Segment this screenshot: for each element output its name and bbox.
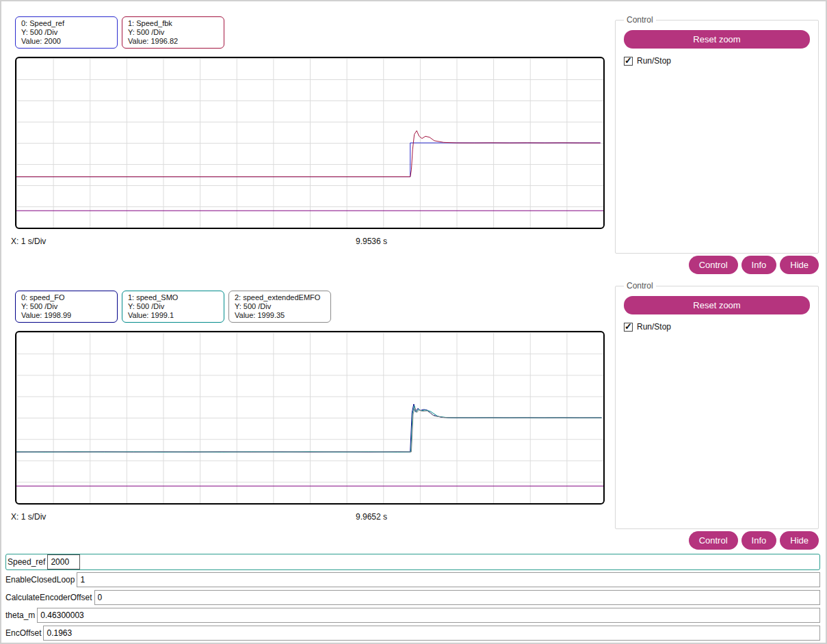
param-row-speed-ref: Speed_ref <box>5 554 820 570</box>
hide-button[interactable]: Hide <box>780 531 819 550</box>
param-label: CalculateEncoderOffset <box>5 593 94 602</box>
scope-1-x-axis-row: X: 1 s/Div 9.9536 s <box>8 229 614 254</box>
param-label: theta_m <box>5 611 37 620</box>
x-div-label: X: 1 s/Div <box>11 512 46 522</box>
control-groupbox-title: Control <box>624 281 656 291</box>
scope-1: 0: Speed_ref Y: 500 /Div Value: 2000 1: … <box>8 8 614 254</box>
control-groupbox-title: Control <box>624 15 656 25</box>
legend-y-div: Y: 500 /Div <box>128 302 218 311</box>
run-stop-label: Run/Stop <box>637 56 671 66</box>
legend-y-div: Y: 500 /Div <box>235 302 325 311</box>
control-button[interactable]: Control <box>689 256 738 274</box>
spacer <box>8 254 614 274</box>
parameter-list: Speed_ref EnableClosedLoop CalculateEnco… <box>1 554 826 644</box>
param-input-enc-offset[interactable] <box>43 626 820 641</box>
legend-value: Value: 1999.1 <box>128 311 218 320</box>
legend-speed-fo[interactable]: 0: speed_FO Y: 500 /Div Value: 1998.99 <box>15 291 118 323</box>
info-button[interactable]: Info <box>741 531 777 550</box>
run-stop-row: Run/Stop <box>624 56 810 66</box>
param-input-speed-ref[interactable] <box>47 554 80 569</box>
scope-2-plot-area[interactable] <box>15 331 605 505</box>
app-window: { "theme": { "accent": "#b5347e", "focus… <box>0 0 827 644</box>
scope-1-traces <box>16 58 603 228</box>
run-stop-row: Run/Stop <box>624 322 810 332</box>
scope-2-x-axis-row: X: 1 s/Div 9.9652 s <box>8 505 614 529</box>
reset-zoom-button[interactable]: Reset zoom <box>624 296 810 314</box>
hide-button[interactable]: Hide <box>780 256 819 274</box>
param-input-calculate-encoder-offset[interactable] <box>94 590 820 605</box>
spacer <box>8 529 614 550</box>
param-row-calculate-encoder-offset: CalculateEncoderOffset <box>5 589 820 606</box>
param-label: EncOffset <box>5 628 43 638</box>
param-input-enable-closed-loop[interactable] <box>77 572 820 587</box>
current-time-label: 9.9652 s <box>356 512 387 522</box>
legend-speed-fbk[interactable]: 1: Speed_fbk Y: 500 /Div Value: 1996.82 <box>122 16 224 49</box>
control-button[interactable]: Control <box>689 531 738 550</box>
run-stop-label: Run/Stop <box>637 322 671 332</box>
param-input-theta-m[interactable] <box>37 608 820 623</box>
main-layout: 0: Speed_ref Y: 500 /Div Value: 2000 1: … <box>1 1 826 550</box>
scope-2-traces <box>16 332 603 503</box>
legend-speed-smo[interactable]: 1: speed_SMO Y: 500 /Div Value: 1999.1 <box>122 291 224 323</box>
legend-speed-extended-emfo[interactable]: 2: speed_extendedEMFO Y: 500 /Div Value:… <box>228 291 331 323</box>
scope-2: 0: speed_FO Y: 500 /Div Value: 1998.99 1… <box>8 274 614 529</box>
scope-1-legends: 0: Speed_ref Y: 500 /Div Value: 2000 1: … <box>15 16 614 49</box>
param-row-theta-m: theta_m <box>5 607 820 623</box>
legend-value: Value: 1998.99 <box>21 311 111 320</box>
run-stop-checkbox[interactable] <box>624 57 633 66</box>
legend-signal-name: 0: Speed_ref <box>21 19 111 28</box>
legend-value: Value: 2000 <box>21 37 111 46</box>
control-groupbox: Control Reset zoom Run/Stop <box>615 15 819 254</box>
param-label: Speed_ref <box>8 557 47 567</box>
legend-signal-name: 2: speed_extendedEMFO <box>235 293 325 302</box>
legend-signal-name: 0: speed_FO <box>21 293 111 302</box>
scope-1-control-panel: Control Reset zoom Run/Stop <box>614 8 820 254</box>
legend-y-div: Y: 500 /Div <box>128 28 218 37</box>
reset-zoom-button[interactable]: Reset zoom <box>624 30 810 49</box>
param-row-enc-offset: EncOffset <box>5 625 820 641</box>
legend-signal-name: 1: Speed_fbk <box>128 19 218 28</box>
legend-y-div: Y: 500 /Div <box>21 28 111 37</box>
legend-signal-name: 1: speed_SMO <box>128 293 218 302</box>
legend-speed-ref[interactable]: 0: Speed_ref Y: 500 /Div Value: 2000 <box>15 16 118 49</box>
scope-1-plot-area[interactable] <box>15 57 605 229</box>
control-groupbox: Control Reset zoom Run/Stop <box>615 281 819 529</box>
scope-2-legends: 0: speed_FO Y: 500 /Div Value: 1998.99 1… <box>15 291 614 323</box>
scope-2-control-panel: Control Reset zoom Run/Stop <box>614 274 820 529</box>
scope-1-footer-buttons: Control Info Hide <box>614 254 820 274</box>
legend-value: Value: 1999.35 <box>235 311 325 320</box>
run-stop-checkbox[interactable] <box>624 323 633 332</box>
legend-value: Value: 1996.82 <box>128 37 218 46</box>
x-div-label: X: 1 s/Div <box>11 237 46 246</box>
info-button[interactable]: Info <box>741 256 777 274</box>
legend-y-div: Y: 500 /Div <box>21 302 111 311</box>
param-label: EnableClosedLoop <box>5 575 77 585</box>
current-time-label: 9.9536 s <box>356 237 387 246</box>
scope-2-footer-buttons: Control Info Hide <box>614 529 820 550</box>
param-row-enable-closed-loop: EnableClosedLoop <box>5 572 820 588</box>
